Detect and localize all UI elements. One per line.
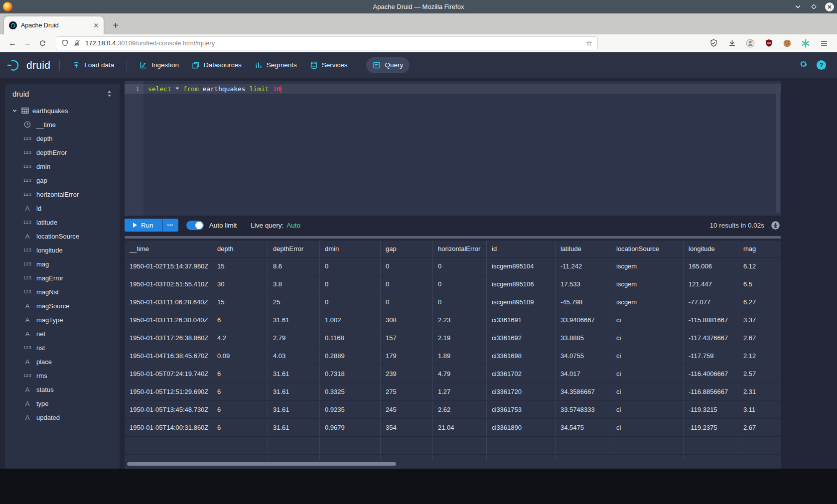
cell-gap[interactable]: 354 xyxy=(381,419,433,436)
cell-mag[interactable]: 2.57 xyxy=(738,365,781,382)
column-header-horizontalError[interactable]: horizontalError xyxy=(433,241,487,257)
nav-query[interactable]: Query xyxy=(366,57,410,73)
cell-__time[interactable]: 1950-01-02T15:14:37.960Z xyxy=(125,257,212,275)
extension-icon[interactable] xyxy=(745,38,755,48)
cell-latitude[interactable]: 33.5748333 xyxy=(556,401,611,418)
cell-locationSource[interactable]: ci xyxy=(611,401,684,418)
column-header-__time[interactable]: __time xyxy=(125,241,212,257)
cell-id[interactable]: ci3361890 xyxy=(487,419,556,436)
cell-mag[interactable]: 6.27 xyxy=(738,293,781,311)
forward-button[interactable]: → xyxy=(20,36,35,50)
cell-horizontalError[interactable]: 0 xyxy=(433,257,487,275)
column-item-depthError[interactable]: 123depthError xyxy=(5,145,120,159)
cell-depthError[interactable]: 4.03 xyxy=(268,347,320,365)
cell-longitude[interactable]: -116.8856667 xyxy=(684,383,738,400)
cell-gap[interactable]: 308 xyxy=(381,311,433,329)
column-header-dmin[interactable]: dmin xyxy=(320,241,381,257)
column-item-gap[interactable]: 123gap xyxy=(5,173,120,187)
cell-longitude[interactable]: -115.8881667 xyxy=(684,311,738,329)
cell-mag[interactable]: 2.67 xyxy=(738,419,781,436)
cell-id[interactable]: iscgem895109 xyxy=(487,293,556,311)
cell-__time[interactable]: 1950-01-05T12:51:29.690Z xyxy=(125,383,212,400)
column-header-depthError[interactable]: depthError xyxy=(268,241,320,257)
cell-locationSource[interactable]: ci xyxy=(611,365,684,382)
run-more-button[interactable]: ••• xyxy=(162,219,178,232)
cell-depthError[interactable]: 2.79 xyxy=(268,329,320,347)
column-item-magNst[interactable]: 123magNst xyxy=(5,285,120,299)
back-button[interactable]: ← xyxy=(5,36,20,50)
tab-apache-druid[interactable]: Apache Druid xyxy=(4,16,104,34)
cell-latitude[interactable]: 33.8885 xyxy=(556,329,611,347)
cell-latitude[interactable]: 34.3586667 xyxy=(556,383,611,400)
cell-locationSource[interactable]: iscgem xyxy=(611,257,684,275)
cell-__time[interactable]: 1950-01-05T13:45:48.730Z xyxy=(125,401,212,418)
cell-latitude[interactable]: -45.798 xyxy=(556,293,611,311)
new-tab-button[interactable]: + xyxy=(109,18,123,32)
cell-gap[interactable]: 157 xyxy=(381,329,433,347)
column-item-updated[interactable]: Aupdated xyxy=(5,410,120,424)
cell-__time[interactable]: 1950-01-04T16:38:45.670Z xyxy=(125,347,212,365)
cell-latitude[interactable]: 33.9406667 xyxy=(556,311,611,329)
cell-id[interactable]: ci3361702 xyxy=(487,365,556,382)
cell-__time[interactable]: 1950-01-05T07:24:19.740Z xyxy=(125,365,212,382)
cell-depthError[interactable]: 3.8 xyxy=(268,275,320,293)
cell-dmin[interactable]: 0.2889 xyxy=(320,347,381,365)
column-header-longitude[interactable]: longitude xyxy=(684,241,738,257)
column-item-place[interactable]: Aplace xyxy=(5,355,120,369)
cell-depthError[interactable]: 25 xyxy=(268,293,320,311)
cell-locationSource[interactable]: ci xyxy=(611,383,684,400)
cell-depth[interactable]: 15 xyxy=(212,293,268,311)
cell-locationSource[interactable]: ci xyxy=(611,311,684,329)
cell-id[interactable]: iscgem895106 xyxy=(487,275,556,293)
cell-mag[interactable]: 3.11 xyxy=(738,401,781,418)
cell-horizontalError[interactable]: 4.79 xyxy=(433,365,487,382)
cell-depthError[interactable]: 31.61 xyxy=(268,365,320,382)
tab-close-icon[interactable] xyxy=(94,23,99,28)
cell-depth[interactable]: 4.2 xyxy=(212,329,268,347)
cell-id[interactable]: ci3361691 xyxy=(487,311,556,329)
column-item-net[interactable]: Anet xyxy=(5,327,120,341)
cell-depth[interactable]: 6 xyxy=(212,401,268,418)
url-bar[interactable]: 172.18.0.4:30109/unified-console.html#qu… xyxy=(56,36,598,50)
cell-id[interactable]: ci3361720 xyxy=(487,383,556,400)
cell-horizontalError[interactable]: 0 xyxy=(433,293,487,311)
column-item-type[interactable]: Atype xyxy=(5,396,120,410)
cell-gap[interactable]: 0 xyxy=(381,257,433,275)
reload-button[interactable] xyxy=(35,36,50,50)
column-item-longitude[interactable]: 123longitude xyxy=(5,243,120,257)
cell-horizontalError[interactable]: 1.27 xyxy=(433,383,487,400)
cell-depthError[interactable]: 8.6 xyxy=(268,257,320,275)
downloads-icon[interactable] xyxy=(727,38,737,48)
cell-__time[interactable]: 1950-01-03T02:51:55.410Z xyxy=(125,275,212,293)
nav-load-data[interactable]: Load data xyxy=(66,57,121,73)
cell-depth[interactable]: 6 xyxy=(212,311,268,329)
column-item-latitude[interactable]: 123latitude xyxy=(5,215,120,229)
editor-results-splitter[interactable] xyxy=(125,236,781,239)
cell-depth[interactable]: 6 xyxy=(212,419,268,436)
cell-longitude[interactable]: -119.3215 xyxy=(684,401,738,418)
cell-id[interactable]: iscgem895104 xyxy=(487,257,556,275)
cell-depth[interactable]: 6 xyxy=(212,365,268,382)
cell-depth[interactable]: 0.09 xyxy=(212,347,268,365)
cell-gap[interactable]: 0 xyxy=(381,275,433,293)
column-item-locationSource[interactable]: AlocationSource xyxy=(5,229,120,243)
cell-gap[interactable]: 239 xyxy=(381,365,433,382)
run-button[interactable]: Run xyxy=(125,219,162,232)
cell-id[interactable]: ci3361692 xyxy=(487,329,556,347)
column-item-magSource[interactable]: AmagSource xyxy=(5,299,120,313)
cell-longitude[interactable]: -116.4006667 xyxy=(684,365,738,382)
cell-locationSource[interactable]: ci xyxy=(611,419,684,436)
cell-mag[interactable]: 2.31 xyxy=(738,383,781,400)
cell-horizontalError[interactable]: 2.23 xyxy=(433,311,487,329)
snowflake-extension-icon[interactable] xyxy=(801,38,811,48)
cell-dmin[interactable]: 0 xyxy=(320,275,381,293)
cell-dmin[interactable]: 0.1168 xyxy=(320,329,381,347)
cell-horizontalError[interactable]: 2.62 xyxy=(433,401,487,418)
cell-latitude[interactable]: 17.533 xyxy=(556,275,611,293)
cell-__time[interactable]: 1950-01-03T17:26:38.860Z xyxy=(125,329,212,347)
bookmark-star-icon[interactable]: ☆ xyxy=(586,39,592,48)
table-item-earthquakes[interactable]: earthquakes xyxy=(5,104,120,118)
column-item-dmin[interactable]: 123dmin xyxy=(5,159,120,173)
help-icon[interactable]: ? xyxy=(817,60,826,70)
scrollbar-handle[interactable] xyxy=(127,462,396,466)
